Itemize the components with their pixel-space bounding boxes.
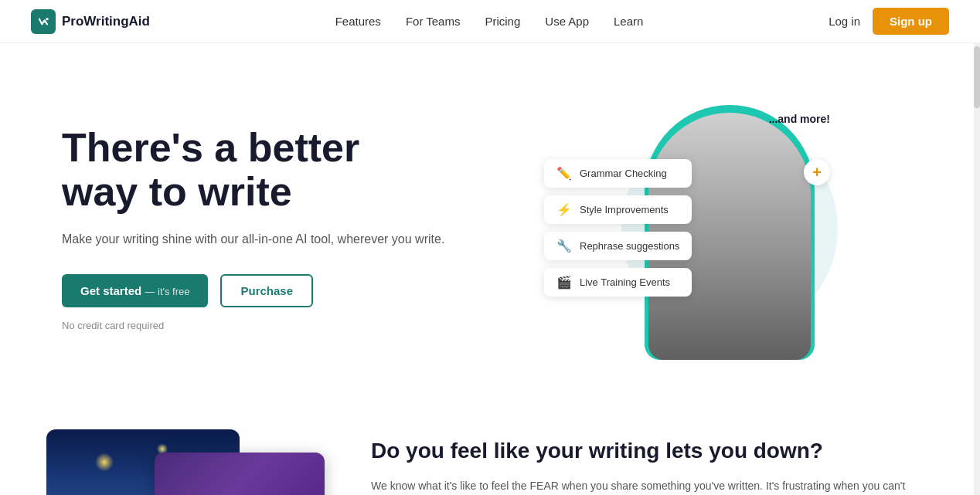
grammar-icon: ✏️ — [556, 166, 572, 181]
feature-pill-rephrase: 🔧 Rephrase suggestions — [544, 232, 692, 260]
hero-left: There's a better way to write Make your … — [62, 126, 464, 331]
hero-right: ✏️ Grammar Checking ⚡ Style Improvements… — [464, 90, 918, 368]
nav-item-for-teams[interactable]: For Teams — [406, 15, 461, 29]
get-started-button[interactable]: Get started — it's free — [62, 274, 208, 307]
section-title: Do you feel like your writing lets you d… — [371, 437, 918, 465]
nav-item-use-app[interactable]: Use App — [545, 15, 589, 29]
purchase-button[interactable]: Purchase — [220, 274, 313, 307]
art-preview: My idea in my head — [46, 429, 325, 495]
scrollbar-thumb[interactable] — [974, 46, 980, 108]
style-icon: ⚡ — [556, 202, 572, 217]
second-section: My idea in my head Do you feel like your… — [0, 398, 980, 495]
no-credit-text: No credit card required — [62, 320, 464, 331]
section-right: Do you feel like your writing lets you d… — [371, 429, 918, 495]
nav-right: Log in Sign up — [829, 8, 949, 35]
nav-item-pricing[interactable]: Pricing — [485, 15, 520, 29]
nav-item-features[interactable]: Features — [335, 15, 381, 29]
training-icon: 🎬 — [556, 275, 572, 290]
logo-icon — [31, 9, 56, 34]
navbar: ProWritingAid Features For Teams Pricing… — [0, 0, 980, 43]
feature-pills: ✏️ Grammar Checking ⚡ Style Improvements… — [544, 159, 692, 297]
purple-art — [155, 453, 325, 495]
rephrase-icon: 🔧 — [556, 239, 572, 253]
hero-illustration: ✏️ Grammar Checking ⚡ Style Improvements… — [544, 97, 838, 360]
nav-links: Features For Teams Pricing Use App Learn — [335, 15, 644, 29]
scrollbar[interactable] — [974, 0, 980, 495]
logo[interactable]: ProWritingAid — [31, 9, 150, 34]
feature-pill-style: ⚡ Style Improvements — [544, 195, 692, 224]
signup-button[interactable]: Sign up — [873, 8, 949, 35]
hero-title: There's a better way to write — [62, 126, 464, 214]
nav-item-learn[interactable]: Learn — [614, 15, 643, 29]
section-text: We know what it's like to feel the FEAR … — [371, 477, 918, 495]
logo-text: ProWritingAid — [62, 14, 150, 29]
feature-pill-training: 🎬 Live Training Events — [544, 268, 692, 297]
hero-subtitle: Make your writing shine with our all-in-… — [62, 229, 464, 249]
login-link[interactable]: Log in — [829, 15, 860, 28]
and-more-label: ...and more! — [769, 113, 830, 125]
plus-badge: + — [804, 159, 830, 185]
feature-pill-grammar: ✏️ Grammar Checking — [544, 159, 692, 188]
hero-buttons: Get started — it's free Purchase — [62, 274, 464, 307]
svg-point-1 — [46, 18, 48, 20]
art-card-front — [155, 453, 325, 495]
hero-section: There's a better way to write Make your … — [0, 43, 980, 398]
